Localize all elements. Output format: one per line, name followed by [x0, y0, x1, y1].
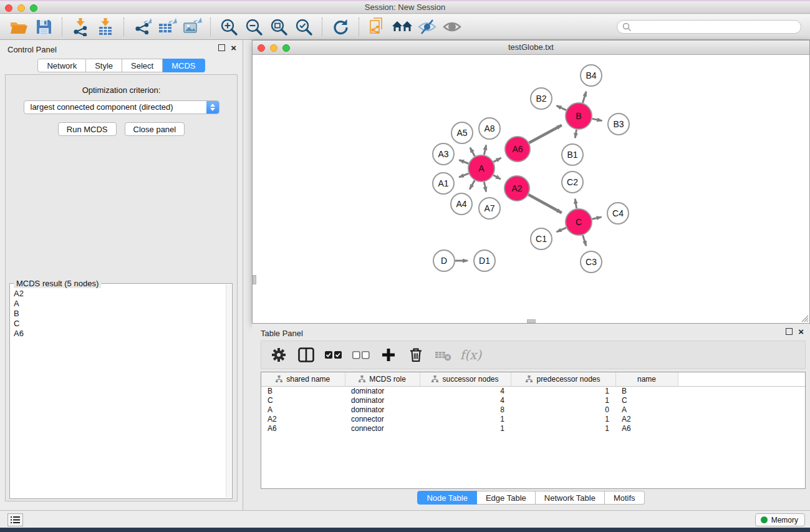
network-zoom-button[interactable] [282, 44, 290, 52]
table-cell[interactable]: 1 [511, 386, 615, 395]
run-mcds-button[interactable]: Run MCDS [58, 122, 117, 136]
column-header-predecessor-nodes[interactable]: predecessor nodes [511, 372, 615, 386]
table-cell[interactable]: B [261, 386, 345, 395]
horizontal-scrollbar-thumb[interactable] [527, 319, 536, 323]
float-table-panel-icon[interactable] [786, 328, 793, 335]
column-header-name[interactable]: name [615, 372, 678, 386]
graph-node-B1[interactable]: B1 [562, 144, 583, 165]
graph-edge-C-C2[interactable] [575, 199, 576, 209]
tab-network[interactable]: Network [37, 59, 86, 72]
table-cell[interactable]: A6 [261, 423, 345, 433]
home-icon[interactable] [390, 16, 415, 37]
graph-node-A2[interactable]: A2 [504, 176, 529, 201]
table-cell[interactable]: 8 [420, 405, 511, 414]
tab-select[interactable]: Select [122, 59, 163, 72]
graph-edge-A-A5[interactable] [470, 148, 475, 157]
import-network-icon[interactable] [68, 16, 93, 37]
function-builder-icon[interactable]: f(x) [457, 342, 485, 367]
tab-network-table[interactable]: Network Table [536, 491, 605, 505]
graph-node-B3[interactable]: B3 [608, 114, 629, 135]
memory-button[interactable]: Memory [755, 513, 805, 526]
table-cell[interactable]: 1 [511, 395, 615, 405]
table-cell[interactable]: A2 [261, 414, 345, 423]
graph-node-B2[interactable]: B2 [531, 88, 552, 109]
save-icon[interactable] [31, 16, 56, 37]
table-cell[interactable]: A [615, 405, 678, 414]
tab-style[interactable]: Style [86, 59, 122, 72]
search-field[interactable] [617, 20, 801, 34]
graph-node-D[interactable]: D [433, 250, 455, 271]
table-cell[interactable]: dominator [345, 395, 420, 405]
graph-edge-B-B2[interactable] [556, 105, 566, 110]
table-cell[interactable]: 1 [511, 414, 615, 423]
table-cell[interactable]: 4 [420, 395, 511, 405]
export-network-icon[interactable] [130, 16, 155, 37]
delete-column-icon[interactable] [402, 342, 430, 367]
graph-edge-C-C1[interactable] [557, 228, 566, 232]
graph-edge-C-C4[interactable] [592, 217, 601, 219]
hide-graphics-details-icon[interactable] [415, 16, 440, 37]
table-row[interactable]: Adominator80A [261, 405, 805, 414]
mcds-result-item[interactable]: B [14, 309, 231, 319]
graph-edge-A-A6[interactable] [493, 158, 501, 162]
graph-edge-A-A8[interactable] [484, 145, 486, 155]
column-header-mcds-role[interactable]: MCDS role [345, 372, 420, 386]
graph-node-C[interactable]: C [566, 209, 592, 235]
table-cell[interactable]: 1 [420, 414, 511, 423]
graph-node-C2[interactable]: C2 [562, 172, 583, 193]
graph-edge-A-A7[interactable] [484, 182, 486, 192]
graph-node-C4[interactable]: C4 [607, 203, 629, 224]
show-graphics-details-icon[interactable] [440, 16, 465, 37]
unselect-all-columns-icon[interactable] [347, 342, 375, 367]
graph-edge-A-A4[interactable] [470, 180, 475, 189]
graph-node-D1[interactable]: D1 [474, 250, 495, 271]
table-cell[interactable]: connector [345, 423, 420, 433]
table-cell[interactable]: 0 [511, 405, 615, 414]
mcds-result-item[interactable]: A2 [14, 289, 231, 299]
mcds-result-item[interactable]: C [14, 319, 231, 329]
network-canvas[interactable]: B4B2BB3A5A8A6B1A3AC2A1A2A4A7C4CC1C3DD1 [253, 55, 809, 323]
column-header-shared-name[interactable]: shared name [261, 372, 345, 386]
tab-edge-table[interactable]: Edge Table [477, 491, 536, 505]
close-table-panel-icon[interactable]: × [798, 328, 804, 335]
table-cell[interactable]: 1 [511, 423, 615, 433]
close-window-button[interactable] [5, 4, 12, 12]
network-minimize-button[interactable] [270, 44, 277, 52]
tab-node-table[interactable]: Node Table [417, 491, 477, 505]
add-column-icon[interactable] [375, 342, 402, 367]
table-row[interactable]: A2connector11A2 [261, 414, 805, 423]
select-all-columns-icon[interactable] [320, 342, 347, 367]
graph-edge-A-A2[interactable] [493, 175, 501, 180]
table-cell[interactable]: dominator [345, 405, 420, 414]
graph-edge-B-B1[interactable] [575, 130, 576, 138]
column-header-successor-nodes[interactable]: successor nodes [420, 372, 511, 386]
graph-edge-A-A3[interactable] [459, 160, 468, 164]
graph-node-B4[interactable]: B4 [581, 65, 602, 86]
gear-icon[interactable] [265, 342, 292, 367]
graph-node-A6[interactable]: A6 [505, 137, 530, 162]
table-cell[interactable]: 4 [420, 386, 511, 395]
graph-edge-B-B3[interactable] [592, 118, 602, 120]
network-window-titlebar[interactable]: testGlobe.txt [253, 41, 809, 55]
resize-grip[interactable] [800, 314, 809, 322]
table-cell[interactable]: C [261, 395, 345, 405]
close-panel-button[interactable]: Close panel [125, 122, 185, 136]
table-cell[interactable]: B [615, 386, 678, 395]
tab-motifs[interactable]: Motifs [605, 491, 645, 505]
vertical-scrollbar-thumb[interactable] [253, 275, 256, 284]
graph-node-A[interactable]: A [468, 155, 494, 181]
network-close-button[interactable] [258, 44, 265, 52]
graph-node-C3[interactable]: C3 [581, 251, 602, 273]
table-row[interactable]: A6connector11A6 [261, 423, 805, 433]
minimize-window-button[interactable] [17, 4, 25, 12]
search-input[interactable] [632, 22, 796, 31]
zoom-in-icon[interactable] [216, 16, 241, 37]
export-table-icon[interactable] [155, 16, 180, 37]
mcds-result-item[interactable]: A [14, 299, 231, 309]
result-scrollbar[interactable] [226, 284, 231, 498]
graph-node-B[interactable]: B [566, 103, 592, 129]
table-cell[interactable]: 1 [420, 423, 511, 433]
tab-mcds[interactable]: MCDS [163, 59, 205, 72]
zoom-selected-icon[interactable] [291, 16, 316, 37]
export-image-icon[interactable] [180, 16, 205, 37]
